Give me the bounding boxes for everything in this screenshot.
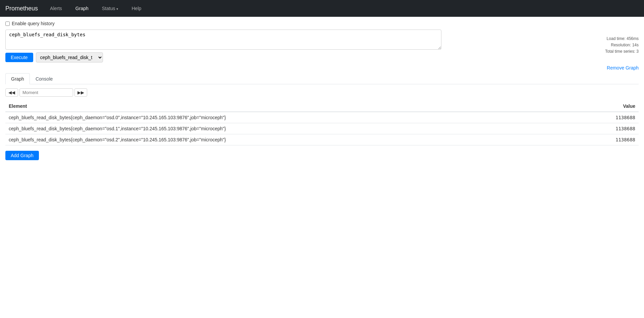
value-cell: 1138688 [572,123,639,134]
table-body: ceph_bluefs_read_disk_bytes{ceph_daemon=… [5,112,639,145]
tab-console[interactable]: Console [30,73,58,84]
help-link[interactable]: Help [127,3,145,14]
element-cell: ceph_bluefs_read_disk_bytes{ceph_daemon=… [5,134,572,145]
console-toolbar: ◀◀ ▶▶ [5,88,639,97]
alerts-link[interactable]: Alerts [46,3,66,14]
tab-graph[interactable]: Graph [5,73,30,84]
remove-graph-link[interactable]: Remove Graph [607,65,639,71]
table-head: Element Value [5,101,639,112]
element-cell: ceph_bluefs_read_disk_bytes{ceph_daemon=… [5,112,572,123]
graph-section: ceph_bluefs_read_disk_bytes Execute ceph… [5,30,639,160]
remove-graph-row: Remove Graph [5,65,639,71]
value-cell: 1138688 [572,134,639,145]
tab-bar: Graph Console [5,73,639,84]
table-row: ceph_bluefs_read_disk_bytes{ceph_daemon=… [5,112,639,123]
element-header: Element [5,101,572,112]
navbar-brand[interactable]: Prometheus [5,5,38,12]
value-cell: 1138688 [572,112,639,123]
next-button[interactable]: ▶▶ [74,88,87,97]
add-graph-button[interactable]: Add Graph [5,151,39,160]
data-table: Element Value ceph_bluefs_read_disk_byte… [5,101,639,145]
moment-input[interactable] [19,88,73,97]
query-history-row: Enable query history [5,21,639,26]
execute-row: Execute ceph_bluefs_read_disk_t [5,52,639,62]
status-dropdown-toggle[interactable]: Status [98,3,122,14]
execute-button[interactable]: Execute [5,53,33,62]
table-header-row: Element Value [5,101,639,112]
query-history-label[interactable]: Enable query history [12,21,55,26]
element-cell: ceph_bluefs_read_disk_bytes{ceph_daemon=… [5,123,572,134]
metric-select[interactable]: ceph_bluefs_read_disk_t [36,52,103,62]
prev-button[interactable]: ◀◀ [5,88,18,97]
table-row: ceph_bluefs_read_disk_bytes{ceph_daemon=… [5,134,639,145]
main-content: Enable query history Load time: 456ms Re… [0,17,644,164]
query-input[interactable]: ceph_bluefs_read_disk_bytes [5,30,441,50]
dropdown-caret-icon [116,6,118,11]
status-dropdown: Status [98,3,122,14]
navbar: Prometheus Alerts Graph Status Help [0,0,644,17]
table-row: ceph_bluefs_read_disk_bytes{ceph_daemon=… [5,123,639,134]
query-history-checkbox[interactable] [5,21,10,26]
value-header: Value [572,101,639,112]
graph-link[interactable]: Graph [71,3,93,14]
